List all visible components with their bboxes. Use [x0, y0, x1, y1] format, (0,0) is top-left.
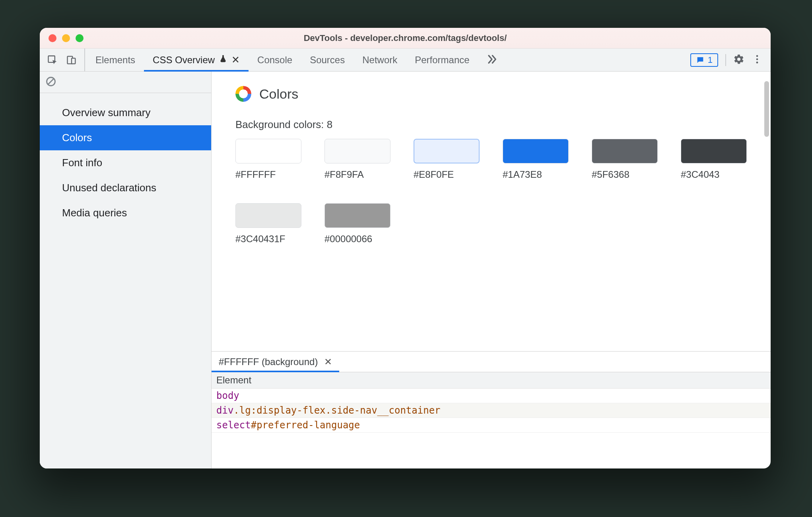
- sidebar-item-colors[interactable]: Colors: [40, 125, 211, 150]
- swatch-hex-label: #F8F9FA: [324, 169, 390, 180]
- svg-rect-2: [72, 58, 75, 64]
- swatch-hex-label: #1A73E8: [503, 169, 569, 180]
- background-colors-label: Background colors: 8: [235, 119, 755, 131]
- sidebar-item-media-queries[interactable]: Media queries: [40, 200, 211, 225]
- swatch-hex-label: #3C40431F: [235, 233, 301, 245]
- clear-overview-icon[interactable]: [45, 76, 56, 89]
- scrollbar-thumb[interactable]: [764, 81, 769, 137]
- tab-label: CSS Overview: [153, 54, 215, 66]
- color-swatch[interactable]: #3C40431F: [235, 203, 301, 245]
- details-tab-label: #FFFFFF (background): [219, 356, 318, 367]
- tab-performance[interactable]: Performance: [406, 49, 478, 71]
- colors-ring-icon: [235, 86, 251, 102]
- swatch-color-box: [324, 139, 390, 163]
- inspect-element-icon[interactable]: [47, 54, 58, 66]
- element-row[interactable]: select#preferred-language: [212, 418, 771, 433]
- tab-label: Sources: [310, 54, 345, 66]
- tab-css-overview[interactable]: CSS Overview✕: [144, 49, 249, 71]
- color-swatch[interactable]: #F8F9FA: [324, 139, 390, 180]
- tab-label: Console: [257, 54, 292, 66]
- settings-button[interactable]: [733, 54, 744, 66]
- swatch-color-box: [235, 203, 301, 228]
- element-id-token: #preferred-language: [251, 420, 360, 431]
- mac-titlebar: DevTools - developer.chrome.com/tags/dev…: [40, 28, 771, 49]
- close-details-tab-icon[interactable]: ✕: [324, 356, 332, 367]
- issues-count: 1: [708, 55, 713, 65]
- element-row[interactable]: body: [212, 389, 771, 403]
- element-class-token: .lg:display-flex: [233, 405, 325, 416]
- element-tag-token: select: [216, 420, 251, 431]
- swatch-color-box: [681, 139, 747, 163]
- sidebar-item-unused-declarations[interactable]: Unused declarations: [40, 175, 211, 200]
- svg-point-4: [756, 58, 758, 60]
- color-swatch[interactable]: #5F6368: [592, 139, 658, 180]
- close-tab-icon[interactable]: ✕: [231, 55, 240, 65]
- toolbar-divider: [725, 54, 726, 66]
- element-class-token: .side-nav__container: [326, 405, 441, 416]
- tab-label: Elements: [95, 54, 135, 66]
- element-tag-token: body: [216, 390, 239, 401]
- issues-button[interactable]: 1: [690, 53, 718, 67]
- tab-network[interactable]: Network: [354, 49, 406, 71]
- tab-sources[interactable]: Sources: [301, 49, 354, 71]
- tab-label: Performance: [415, 54, 469, 66]
- swatch-color-box: [324, 203, 390, 228]
- swatch-hex-label: #00000066: [324, 233, 390, 245]
- swatch-hex-label: #3C4043: [681, 169, 747, 180]
- swatch-hex-label: #FFFFFF: [235, 169, 301, 180]
- color-swatch[interactable]: #00000066: [324, 203, 390, 245]
- devtools-tabbar: ElementsCSS Overview✕ConsoleSourcesNetwo…: [40, 49, 771, 72]
- color-swatch[interactable]: #1A73E8: [503, 139, 569, 180]
- svg-point-5: [756, 61, 758, 63]
- devtools-window: DevTools - developer.chrome.com/tags/dev…: [40, 28, 771, 468]
- element-row[interactable]: div.lg:display-flex.side-nav__container: [212, 403, 771, 418]
- device-toolbar-icon[interactable]: [66, 54, 77, 66]
- element-tag-token: div: [216, 405, 233, 416]
- sidebar-item-font-info[interactable]: Font info: [40, 150, 211, 175]
- color-details-drawer: #FFFFFF (background) ✕ Element bodydiv.l…: [212, 351, 771, 468]
- sidebar-item-overview-summary[interactable]: Overview summary: [40, 100, 211, 125]
- tab-console[interactable]: Console: [249, 49, 301, 71]
- colors-panel: Colors Background colors: 8 #FFFFFF#F8F9…: [212, 72, 771, 351]
- swatch-hex-label: #E8F0FE: [414, 169, 480, 180]
- css-overview-sidebar: Overview summaryColorsFont infoUnused de…: [40, 72, 212, 468]
- swatch-color-box: [235, 139, 301, 163]
- colors-heading: Colors: [259, 86, 298, 102]
- swatch-color-box: [414, 139, 480, 163]
- element-table-header: Element: [212, 372, 771, 389]
- color-swatch[interactable]: #3C4043: [681, 139, 747, 180]
- experiment-flask-icon: [219, 54, 227, 66]
- swatch-hex-label: #5F6368: [592, 169, 658, 180]
- swatch-color-box: [503, 139, 569, 163]
- details-tab[interactable]: #FFFFFF (background) ✕: [212, 352, 339, 372]
- color-swatch[interactable]: #FFFFFF: [235, 139, 301, 180]
- swatch-color-box: [592, 139, 658, 163]
- svg-point-3: [756, 55, 758, 57]
- tab-elements[interactable]: Elements: [87, 49, 144, 71]
- color-swatch[interactable]: #E8F0FE: [414, 139, 480, 180]
- more-options-button[interactable]: [748, 54, 766, 66]
- window-title: DevTools - developer.chrome.com/tags/dev…: [40, 33, 771, 43]
- more-tabs-button[interactable]: [478, 49, 505, 71]
- svg-line-7: [48, 79, 54, 84]
- tab-label: Network: [362, 54, 397, 66]
